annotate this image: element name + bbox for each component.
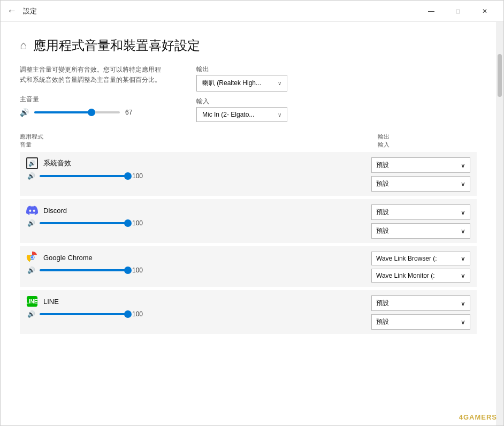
titlebar: ← 設定 — □ ✕ [1, 1, 503, 22]
input-dropdown-text: Mic In (2- Elgato... [202, 111, 254, 118]
chrome-name-row: Google Chrome [26, 252, 371, 263]
discord-track[interactable] [40, 222, 128, 224]
system-sound-input-text: 預設 [376, 179, 389, 188]
description-block: 調整主音量可變更所有音效。您可以將特定應用程式和系統音效的音量調整為主音量的某個… [20, 65, 164, 122]
page-title: 應用程式音量和裝置喜好設定 [33, 37, 200, 54]
minimize-button[interactable]: — [419, 3, 444, 20]
system-sound-input-dropdown[interactable]: 預設 ∨ [371, 176, 470, 192]
line-output-chevron: ∨ [461, 300, 465, 307]
line-name-row: LINE LINE [26, 295, 371, 307]
discord-name-row: Discord [26, 204, 371, 216]
line-track[interactable] [40, 313, 128, 315]
chrome-input-chevron: ∨ [461, 272, 465, 279]
system-sound-vol-icon: 🔊 [27, 172, 35, 180]
line-name: LINE [43, 298, 59, 306]
system-sound-name-row: 🔊 系統音效 [26, 157, 371, 169]
volume-icon: 🔊 [20, 108, 29, 117]
system-sound-input-chevron: ∨ [461, 180, 465, 188]
home-icon: ⌂ [20, 39, 27, 52]
discord-output-text: 預設 [376, 208, 389, 217]
app-table-header: 應用程式 音量 輸出 輸入 [20, 131, 477, 151]
chrome-slider-row: 🔊 100 [26, 267, 371, 274]
line-output-text: 預設 [376, 299, 389, 308]
discord-icon [26, 204, 38, 216]
discord-input-chevron: ∨ [461, 227, 465, 235]
output-dropdown[interactable]: 喇叭 (Realtek High... ∨ [196, 75, 287, 92]
scrollbar[interactable] [496, 22, 503, 425]
master-volume-value: 67 [125, 109, 140, 116]
master-volume-slider-row: 🔊 67 [20, 108, 164, 117]
col-app-label: 應用程式 [20, 133, 43, 141]
chrome-vol-icon: 🔊 [27, 267, 35, 274]
scrollbar-thumb[interactable] [498, 54, 502, 97]
window-controls: — □ ✕ [419, 3, 497, 20]
input-label: 輸入 [196, 97, 287, 106]
app-row-system-sound: 🔊 系統音效 🔊 100 預設 ∨ [20, 152, 477, 196]
input-dropdown-chevron: ∨ [278, 112, 281, 118]
svg-point-3 [31, 256, 34, 259]
master-volume-label: 主音量 [20, 95, 164, 104]
discord-name: Discord [43, 207, 67, 215]
close-button[interactable]: ✕ [472, 3, 497, 20]
line-vol-value: 100 [132, 310, 147, 318]
line-input-dropdown[interactable]: 預設 ∨ [371, 314, 470, 330]
chrome-icon [26, 252, 38, 263]
chrome-vol-value: 100 [132, 267, 147, 274]
col-output-label: 輸出 [378, 133, 471, 141]
output-input-block: 輸出 喇叭 (Realtek High... ∨ 輸入 Mic In (2- E… [196, 65, 287, 122]
back-button[interactable]: ← [7, 5, 17, 17]
window: ← 設定 — □ ✕ ⌂ 應用程式音量和裝置喜好設定 調整主音量可變更所有音效。… [0, 0, 504, 426]
chrome-input-text: Wave Link Monitor (: [376, 272, 435, 279]
line-input-chevron: ∨ [461, 318, 465, 326]
window-title: 設定 [23, 6, 37, 16]
system-sound-icon: 🔊 [26, 157, 38, 169]
system-sound-output-text: 預設 [376, 161, 389, 170]
main-area: ⌂ 應用程式音量和裝置喜好設定 調整主音量可變更所有音效。您可以將特定應用程式和… [1, 22, 496, 425]
discord-output-chevron: ∨ [461, 209, 465, 216]
output-dropdown-text: 喇叭 (Realtek High... [202, 79, 261, 88]
output-label: 輸出 [196, 65, 287, 74]
content-area: ⌂ 應用程式音量和裝置喜好設定 調整主音量可變更所有音效。您可以將特定應用程式和… [1, 22, 503, 425]
master-volume-thumb [88, 109, 95, 116]
system-sound-track[interactable] [40, 175, 128, 177]
maximize-button[interactable]: □ [446, 3, 470, 20]
chrome-output-text: Wave Link Browser (: [376, 255, 437, 262]
app-row-line: LINE LINE 🔊 100 [20, 290, 477, 334]
system-sound-name: 系統音效 [43, 158, 71, 168]
page-title-row: ⌂ 應用程式音量和裝置喜好設定 [20, 37, 477, 54]
output-dropdown-chevron: ∨ [278, 80, 281, 86]
system-sound-output-dropdown[interactable]: 預設 ∨ [371, 157, 470, 173]
discord-input-dropdown[interactable]: 預設 ∨ [371, 223, 470, 239]
line-vol-icon: 🔊 [27, 310, 35, 318]
line-output-dropdown[interactable]: 預設 ∨ [371, 295, 470, 311]
chrome-output-chevron: ∨ [461, 255, 465, 262]
discord-output-dropdown[interactable]: 預設 ∨ [371, 204, 470, 220]
watermark: 4GAMERS [459, 413, 497, 421]
chrome-name: Google Chrome [43, 254, 93, 262]
line-input-text: 預設 [376, 317, 389, 326]
line-icon: LINE [26, 295, 38, 307]
input-dropdown[interactable]: Mic In (2- Elgato... ∨ [196, 107, 287, 122]
col-input-label: 輸入 [378, 141, 471, 149]
svg-text:LINE: LINE [26, 299, 38, 305]
app-row-chrome: Google Chrome 🔊 100 Wave Link Browser (: [20, 246, 477, 287]
col-volume-label: 音量 [20, 141, 43, 149]
master-volume-track[interactable] [34, 111, 120, 113]
chrome-track[interactable] [40, 269, 128, 271]
discord-vol-value: 100 [132, 219, 147, 227]
system-sound-slider-row: 🔊 100 [26, 172, 371, 180]
system-sound-vol-value: 100 [132, 172, 147, 180]
chrome-input-dropdown[interactable]: Wave Link Monitor (: ∨ [371, 269, 470, 283]
discord-vol-icon: 🔊 [27, 219, 35, 227]
discord-input-text: 預設 [376, 226, 389, 235]
system-sound-output-chevron: ∨ [461, 162, 465, 169]
description-text: 調整主音量可變更所有音效。您可以將特定應用程式和系統音效的音量調整為主音量的某個… [20, 65, 164, 85]
line-slider-row: 🔊 100 [26, 310, 371, 318]
app-row-discord: Discord 🔊 100 預設 ∨ [20, 199, 477, 243]
master-volume-fill [34, 111, 91, 113]
discord-slider-row: 🔊 100 [26, 219, 371, 227]
chrome-output-dropdown[interactable]: Wave Link Browser (: ∨ [371, 252, 470, 265]
